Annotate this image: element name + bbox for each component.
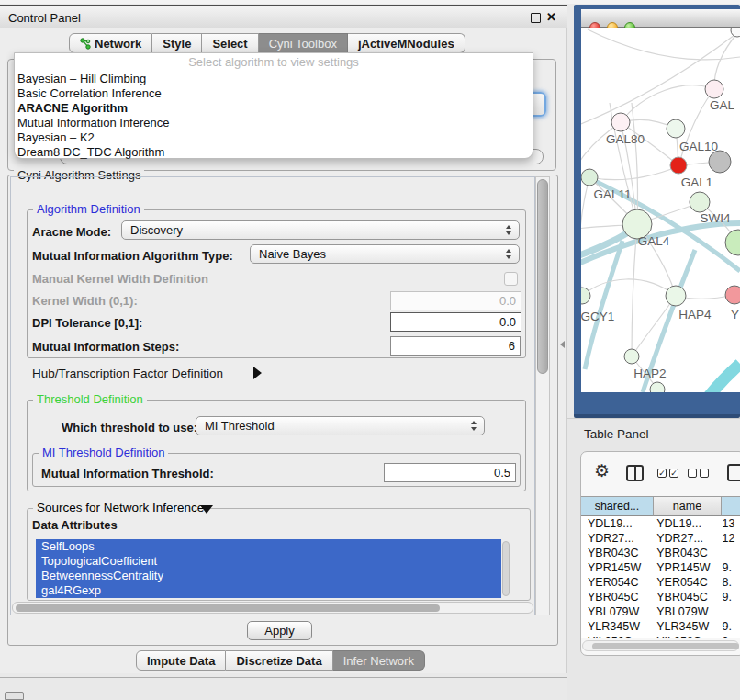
node-gal11[interactable] [581,169,598,186]
cell: YDL19... [581,516,652,531]
tab-network-label: Network [95,37,141,51]
node-label: HAP2 [633,367,666,380]
tab-impute-data[interactable]: Impute Data [136,650,226,671]
node-partial-right[interactable] [725,230,740,255]
tab-jactivemnodules[interactable]: jActiveMNodules [348,33,465,53]
list-item[interactable]: SelfLoops [36,539,501,554]
node-gray[interactable] [709,151,731,173]
tab-cyni-toolbox[interactable]: Cyni Toolbox [259,33,348,53]
expand-arrow-icon[interactable] [253,367,262,379]
split-columns-icon[interactable] [626,465,644,481]
table-hscrollbar[interactable] [582,640,739,651]
algorithm-option[interactable]: Bayesian – Hill Climbing [15,72,533,86]
table-row[interactable]: YBR043CYBR043C [581,546,740,560]
apply-button-label: Apply [264,624,295,638]
cell: YIL052C [652,634,718,638]
cell: YIL052C [581,634,652,638]
tab-infer-network[interactable]: Infer Network [333,650,425,671]
table-row[interactable]: YER054CYER054C8. [581,575,740,590]
partial-toolbar-icon[interactable] [727,464,740,481]
node-gal-partial[interactable] [705,80,723,98]
deselect-all-columns-icon[interactable] [688,469,709,478]
table-row[interactable]: YIL052CYIL052C0. [581,634,740,638]
list-item[interactable]: BetweennessCentrality [36,569,501,583]
splitpane-collapse-arrow-icon[interactable] [560,341,565,348]
network-canvas[interactable]: GAL GAL80 GAL10 GAL1 GAL11 SWI4 GAL4 GCY… [581,28,740,392]
collapse-arrow-icon[interactable] [200,505,213,514]
threshold-definition-title: Threshold Definition [33,393,147,406]
control-panel-tabbar: Network Style Select Cyni Toolbox jActiv… [69,33,465,53]
table-row[interactable]: YBL079WYBL079W [581,604,740,619]
tab-style[interactable]: Style [152,33,202,53]
column-header-shared-name[interactable]: shared... [581,496,654,516]
column-header-name[interactable]: name [654,496,722,516]
table-row[interactable]: YDL19...YDL19...13 [581,516,740,531]
sources-title[interactable]: Sources for Network Inference [33,502,207,514]
network-view[interactable]: GAL GAL80 GAL10 GAL1 GAL11 SWI4 GAL4 GCY… [581,28,740,392]
manual-kernel-checkbox[interactable] [504,272,518,286]
manual-kernel-label: Manual Kernel Width Definition [32,273,208,286]
which-threshold-combo[interactable]: MI Threshold [196,416,485,435]
network-window-titlebar[interactable] [581,9,740,28]
mi-type-combo[interactable]: Naive Bayes [250,244,520,264]
hub-definition-label[interactable]: Hub/Transcription Factor Definition [32,367,223,380]
list-vscrollbar-thumb[interactable] [502,541,510,596]
node-swi4[interactable] [690,192,710,212]
table-row[interactable]: YDR27...YDR27...12 [581,531,740,546]
settings-vscrollbar-thumb[interactable] [537,179,548,374]
close-icon[interactable]: ✕ [546,10,556,24]
top-strip [0,0,740,4]
aracne-mode-combo[interactable]: Discovery [121,220,520,240]
mi-threshold-field[interactable] [384,463,516,482]
which-threshold-value: MI Threshold [205,419,275,433]
list-item[interactable]: TopologicalCoefficient [36,554,501,569]
control-panel-titlebar[interactable]: Control Panel ✕ [0,5,567,28]
algorithm-option[interactable]: Bayesian – K2 [15,130,533,145]
node-partial-bottom[interactable] [650,382,665,392]
settings-hscrollbar-thumb[interactable] [16,604,440,612]
gear-icon[interactable]: ⚙ [594,462,610,480]
node-partial-top[interactable] [731,28,740,37]
node-gal1-selected[interactable] [670,157,687,174]
algorithm-option-selected[interactable]: ARACNE Algorithm [15,101,533,116]
node-hap2[interactable] [624,349,639,364]
select-all-columns-icon[interactable]: ✓✓ [657,469,678,478]
tab-infer-network-label: Infer Network [343,654,414,668]
node-gal10[interactable] [667,119,685,138]
table-row[interactable]: YBR045CYBR045C9. [581,590,740,604]
mi-steps-field[interactable] [390,336,521,356]
table-hscrollbar-thumb[interactable] [592,643,739,649]
data-attributes-label: Data Attributes [32,519,118,532]
table-row[interactable]: YPR145WYPR145W9. [581,560,740,575]
algorithm-option[interactable]: Dream8 DC_TDC Algorithm [15,145,533,160]
dpi-tolerance-field[interactable] [390,312,521,332]
settings-hscrollbar[interactable] [12,602,533,614]
bottom-tabbar: Impute Data Discretize Data Infer Networ… [136,650,425,671]
algorithm-option[interactable]: Mutual Information Inference [15,116,533,130]
list-item[interactable]: gal4RGexp [36,583,501,598]
minimized-panel-icon[interactable] [5,692,24,700]
apply-button[interactable]: Apply [247,621,312,640]
node-hap4[interactable] [666,286,686,306]
cell: 12 [719,531,740,546]
tab-select-label: Select [212,37,247,51]
settings-vscrollbar[interactable] [535,176,550,615]
node-salmon[interactable] [725,286,740,304]
node-gal80[interactable] [611,113,630,131]
cell: 9. [719,619,740,634]
table-row[interactable]: YLR345WYLR345W9. [581,619,740,634]
algorithm-option[interactable]: Basic Correlation Inference [15,86,533,101]
node-label: GCY1 [581,310,614,323]
node-label: GAL4 [638,234,670,248]
desktop: Control Panel ✕ Network Style Select Cyn… [0,0,740,700]
tab-discretize-data-label: Discretize Data [236,654,321,668]
tab-select[interactable]: Select [202,33,258,53]
node-label: GAL [710,98,735,112]
tab-network[interactable]: Network [69,33,152,53]
column-header-partial[interactable] [722,496,740,516]
mi-type-value: Naive Bayes [259,247,326,261]
tab-discretize-data[interactable]: Discretize Data [226,650,332,671]
kernel-width-field[interactable] [390,291,521,310]
float-window-icon[interactable] [531,13,541,23]
cell: 13 [719,516,740,531]
